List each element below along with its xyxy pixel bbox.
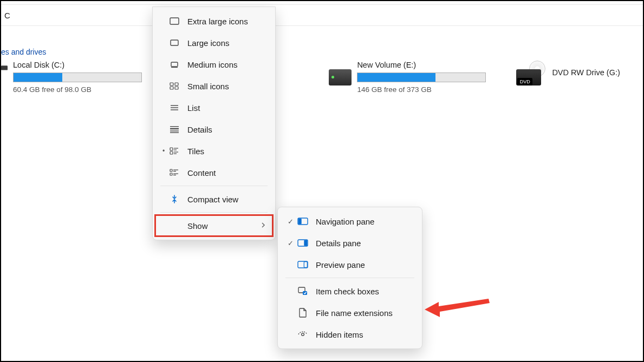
drives-row: Local Disk (C:) 60.4 GB free of 98.0 GB … [1,61,643,94]
svg-rect-8 [175,87,178,89]
svg-rect-33 [304,240,307,246]
drive-name: Local Disk (C:) [13,61,142,69]
chevron-right-icon [258,222,265,229]
svg-rect-1 [170,18,179,24]
svg-rect-6 [175,83,178,85]
svg-rect-25 [170,173,172,175]
content-icon [168,168,181,177]
menu-item-details[interactable]: Details [155,119,273,140]
large-icons-icon [168,38,181,48]
tiles-icon [168,146,181,156]
menu-item-medium-icons[interactable]: Medium icons [155,54,273,75]
medium-icons-icon [168,60,181,69]
svg-rect-34 [298,261,308,268]
small-icons-icon [168,81,181,91]
drive-name: DVD RW Drive (G:) [552,68,643,77]
menu-item-list[interactable]: List [155,97,273,119]
svg-rect-31 [298,219,302,225]
svg-rect-19 [170,152,173,154]
toolbar-strip [1,1,643,5]
menu-item-content[interactable]: Content [155,162,273,183]
annotation-arrow [425,297,490,322]
file-icon [296,308,309,318]
hdd-icon [329,69,352,85]
menu-separator [160,212,268,213]
compact-view-icon [168,194,181,204]
details-pane-icon [296,239,309,247]
drive-name: New Volume (E:) [357,61,486,69]
show-submenu: ✓ Navigation pane ✓ Details pane Preview… [277,207,422,349]
drive-icon [1,62,8,79]
dvd-drive-icon: DVD [516,61,547,85]
check-icon: ✓ [284,218,296,226]
svg-rect-37 [303,291,307,295]
address-bar[interactable]: C [1,5,643,26]
drive-dvd-rw-g[interactable]: DVD DVD RW Drive (G:) [516,61,643,94]
svg-rect-2 [171,40,178,45]
view-context-menu: Extra large icons Large icons Medium ico… [152,6,276,240]
svg-rect-35 [304,262,307,268]
menu-item-extra-large-icons[interactable]: Extra large icons [155,10,273,32]
svg-rect-16 [170,148,173,150]
breadcrumb-tail: C [4,11,10,20]
list-icon [168,103,181,113]
svg-rect-22 [170,169,172,172]
submenu-item-file-name-extensions[interactable]: File name extensions [280,302,420,324]
menu-item-large-icons[interactable]: Large icons [155,32,273,54]
submenu-item-item-check-boxes[interactable]: Item check boxes [280,280,420,302]
svg-point-38 [302,333,304,336]
svg-rect-3 [171,62,178,67]
svg-rect-7 [170,87,173,89]
drive-local-disk-c[interactable]: Local Disk (C:) 60.4 GB free of 98.0 GB [1,61,136,94]
item-check-boxes-icon [296,287,309,295]
navigation-pane-icon [296,218,309,225]
menu-separator [285,278,414,278]
menu-separator [160,186,268,186]
devices-and-drives-heading: es and drives [1,48,46,56]
svg-rect-0 [1,65,8,70]
submenu-item-details-pane[interactable]: ✓ Details pane [280,232,420,254]
submenu-item-navigation-pane[interactable]: ✓ Navigation pane [280,210,420,232]
drive-free-text: 60.4 GB free of 98.0 GB [13,85,142,94]
drive-free-text: 146 GB free of 373 GB [357,85,486,94]
preview-pane-icon [296,261,309,268]
menu-item-show[interactable]: Show [155,215,273,236]
check-icon: ✓ [284,239,296,247]
details-icon [168,124,181,134]
drive-new-volume-e[interactable]: New Volume (E:) 146 GB free of 373 GB [329,61,486,94]
selected-bullet-icon: • [159,147,168,155]
submenu-item-hidden-items[interactable]: Hidden items [280,324,420,345]
menu-item-tiles[interactable]: • Tiles [155,140,273,162]
menu-item-compact-view[interactable]: Compact view [155,188,273,210]
extra-large-icons-icon [168,16,181,26]
capacity-bar [357,73,486,82]
menu-item-small-icons[interactable]: Small icons [155,75,273,97]
svg-rect-5 [170,83,173,85]
submenu-item-preview-pane[interactable]: Preview pane [280,254,420,275]
capacity-bar [13,73,142,82]
hidden-items-icon [296,331,309,338]
dvd-badge: DVD [517,78,532,85]
svg-marker-39 [425,299,490,317]
